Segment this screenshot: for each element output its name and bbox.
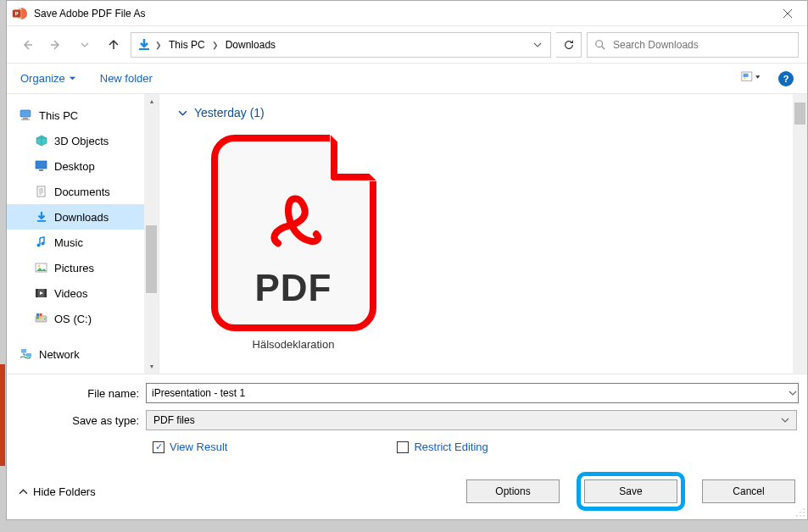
- search-input[interactable]: [613, 39, 791, 51]
- tree-item-downloads[interactable]: Downloads: [7, 204, 144, 230]
- save-highlight-annotation: Save: [577, 472, 685, 511]
- tree-item-label: Music: [54, 236, 83, 249]
- view-icon: [741, 70, 761, 84]
- music-icon: [34, 236, 49, 249]
- breadcrumb-root[interactable]: This PC: [165, 39, 209, 51]
- chevron-down-icon[interactable]: [788, 389, 797, 397]
- svg-point-30: [803, 508, 805, 510]
- chevron-down-icon: [81, 41, 89, 49]
- hide-folders-button[interactable]: Hide Folders: [19, 485, 96, 498]
- filetype-dropdown[interactable]: PDF files: [146, 410, 797, 430]
- pictures-icon: [34, 261, 49, 274]
- options-label: Options: [495, 485, 530, 497]
- arrow-up-icon: [107, 38, 120, 52]
- breadcrumb-folder[interactable]: Downloads: [222, 39, 279, 51]
- body: This PC3D ObjectsDesktopDocumentsDownloa…: [7, 94, 807, 374]
- tree-item-label: Desktop: [54, 160, 95, 173]
- svg-point-32: [800, 512, 801, 513]
- restrict-editing-checkbox[interactable]: Restrict Editing: [397, 441, 488, 453]
- tree-item-pictures[interactable]: Pictures: [7, 255, 144, 280]
- titlebar-title: Save Adobe PDF File As: [34, 8, 768, 19]
- powerpoint-icon: P: [12, 6, 27, 21]
- scrollbar-thumb[interactable]: [146, 225, 157, 293]
- tree-item-os-c-[interactable]: OS (C:): [7, 306, 144, 331]
- svg-rect-14: [37, 220, 46, 222]
- help-button[interactable]: ?: [778, 71, 794, 86]
- form-area: File name: Save as type: PDF files ✓ Vie…: [7, 374, 807, 468]
- tree-item-network[interactable]: Network: [7, 341, 144, 367]
- svg-rect-11: [36, 161, 47, 169]
- organize-button[interactable]: Organize: [20, 72, 76, 85]
- checkbox-checked-icon: ✓: [153, 441, 164, 453]
- tree-item-label: Pictures: [54, 262, 94, 274]
- filetype-value: PDF files: [153, 414, 195, 426]
- scrollbar-thumb[interactable]: [794, 103, 805, 125]
- view-result-checkbox[interactable]: ✓ View Result: [153, 441, 227, 453]
- chevron-down-icon: [781, 416, 789, 424]
- view-result-label: View Result: [170, 441, 227, 453]
- pc-icon: [19, 108, 34, 122]
- cancel-button[interactable]: Cancel: [702, 479, 795, 503]
- group-label: Yesterday (1): [194, 106, 265, 119]
- content-pane: Yesterday (1) PDF Hälsodeklaration: [159, 94, 807, 374]
- tree-item-3d-objects[interactable]: 3D Objects: [7, 128, 144, 153]
- svg-rect-9: [23, 118, 28, 119]
- group-header[interactable]: Yesterday (1): [178, 106, 774, 119]
- downloads-icon: [34, 210, 49, 224]
- tree-item-label: This PC: [39, 109, 78, 122]
- recent-dropdown[interactable]: [73, 33, 97, 57]
- save-label: Save: [619, 485, 642, 497]
- scroll-down-button[interactable]: ▾: [144, 359, 159, 374]
- file-item[interactable]: PDF Hälsodeklaration: [209, 135, 378, 350]
- videos-icon: [34, 286, 49, 300]
- chevron-down-icon: [178, 108, 187, 118]
- tree-item-this-pc[interactable]: This PC: [7, 103, 144, 128]
- view-options-button[interactable]: [741, 70, 761, 86]
- content-area[interactable]: Yesterday (1) PDF Hälsodeklaration: [159, 94, 793, 374]
- nav-scrollbar[interactable]: ▴ ▾: [144, 94, 159, 374]
- svg-point-31: [803, 512, 805, 513]
- adobe-a-icon: [255, 184, 332, 260]
- address-bar[interactable]: ❯ This PC ❯ Downloads: [131, 32, 551, 58]
- drive-icon: [34, 312, 49, 325]
- svg-rect-29: [26, 353, 31, 357]
- hide-folders-label: Hide Folders: [33, 485, 96, 498]
- back-button[interactable]: [15, 33, 39, 57]
- filename-input[interactable]: [146, 383, 799, 403]
- tree-item-videos[interactable]: Videos: [7, 280, 144, 306]
- filetype-label: Save as type:: [17, 414, 139, 427]
- options-button[interactable]: Options: [466, 479, 560, 503]
- pdf-file-icon: PDF: [211, 135, 376, 331]
- tree-item-label: OS (C:): [54, 313, 92, 325]
- close-button[interactable]: [768, 1, 807, 26]
- actions-row: Hide Folders Options Save Cancel: [7, 468, 807, 519]
- svg-point-4: [596, 40, 603, 47]
- tree-item-documents[interactable]: Documents: [7, 179, 144, 204]
- svg-rect-20: [36, 289, 38, 297]
- svg-point-7: [744, 77, 745, 79]
- svg-rect-25: [36, 317, 39, 319]
- svg-point-18: [38, 265, 41, 268]
- documents-icon: [34, 185, 49, 198]
- restrict-editing-label: Restrict Editing: [414, 441, 488, 453]
- svg-point-16: [42, 242, 45, 246]
- new-folder-button[interactable]: New folder: [100, 72, 153, 85]
- svg-point-35: [796, 515, 798, 517]
- search-box[interactable]: [587, 32, 799, 58]
- refresh-button[interactable]: [556, 32, 582, 58]
- svg-rect-24: [40, 313, 42, 316]
- tree-item-label: 3D Objects: [54, 135, 109, 147]
- save-button[interactable]: Save: [584, 479, 677, 503]
- resize-grip-icon[interactable]: [795, 507, 805, 518]
- checkbox-unchecked-icon: [397, 441, 409, 453]
- nav-pane: This PC3D ObjectsDesktopDocumentsDownloa…: [7, 94, 159, 374]
- tree-item-desktop[interactable]: Desktop: [7, 153, 144, 179]
- chevron-right-icon: ❯: [155, 41, 162, 49]
- address-dropdown[interactable]: [525, 41, 550, 49]
- tree-item-music[interactable]: Music: [7, 230, 144, 255]
- pdf-text-label: PDF: [255, 267, 332, 309]
- scroll-up-button[interactable]: ▴: [144, 94, 159, 108]
- content-scrollbar[interactable]: [793, 94, 807, 374]
- up-button[interactable]: [102, 33, 125, 57]
- forward-button[interactable]: [44, 33, 68, 57]
